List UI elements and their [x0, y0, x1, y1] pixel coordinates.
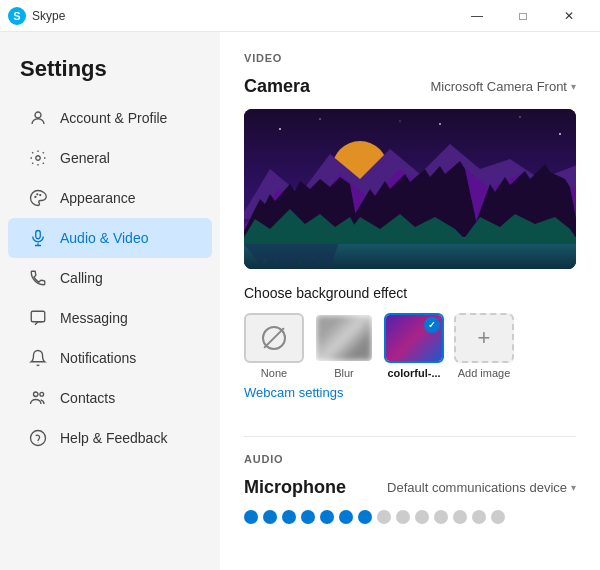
- mic-dot-8: [377, 510, 391, 524]
- bg-effect-none[interactable]: None: [244, 313, 304, 379]
- mic-dot-5: [320, 510, 334, 524]
- blur-label: Blur: [334, 367, 354, 379]
- sidebar-item-label: Audio & Video: [60, 230, 148, 246]
- camera-device-name: Microsoft Camera Front: [430, 79, 567, 94]
- microphone-setting-row: Microphone Default communications device…: [244, 477, 576, 498]
- svg-rect-6: [31, 311, 45, 322]
- appearance-icon: [28, 188, 48, 208]
- sidebar-item-label: Messaging: [60, 310, 128, 326]
- maximize-button[interactable]: □: [500, 0, 546, 32]
- none-icon: [262, 326, 286, 350]
- none-thumb[interactable]: [244, 313, 304, 363]
- svg-point-2: [34, 196, 36, 198]
- mic-dot-7: [358, 510, 372, 524]
- minimize-button[interactable]: —: [454, 0, 500, 32]
- svg-point-8: [40, 392, 44, 396]
- add-image-thumb[interactable]: +: [454, 313, 514, 363]
- svg-point-10: [38, 442, 39, 443]
- person-icon: [28, 108, 48, 128]
- mic-dot-3: [282, 510, 296, 524]
- chevron-down-icon: ▾: [571, 482, 576, 493]
- mic-dot-6: [339, 510, 353, 524]
- sidebar-heading: Settings: [0, 48, 220, 98]
- svg-point-3: [36, 193, 38, 195]
- titlebar: S Skype — □ ✕: [0, 0, 600, 32]
- audio-section-label: AUDIO: [244, 453, 576, 465]
- selected-badge: [424, 317, 440, 333]
- sidebar-item-calling[interactable]: Calling: [8, 258, 212, 298]
- divider: [244, 436, 576, 437]
- bg-effect-colorful[interactable]: colorful-...: [384, 313, 444, 379]
- mic-dot-9: [396, 510, 410, 524]
- sidebar-item-label: Contacts: [60, 390, 115, 406]
- mic-level-indicator: [244, 510, 576, 524]
- svg-point-23: [279, 128, 281, 130]
- svg-point-7: [34, 392, 39, 397]
- sidebar: Settings Account & Profile General: [0, 32, 220, 570]
- sidebar-item-label: Account & Profile: [60, 110, 167, 126]
- colorful-label: colorful-...: [387, 367, 440, 379]
- camera-title: Camera: [244, 76, 310, 97]
- app-name: Skype: [32, 9, 65, 23]
- add-image-label: Add image: [458, 367, 511, 379]
- mic-dot-1: [244, 510, 258, 524]
- sidebar-item-appearance[interactable]: Appearance: [8, 178, 212, 218]
- bg-effect-label: Choose background effect: [244, 285, 576, 301]
- bell-icon: [28, 348, 48, 368]
- mic-dot-10: [415, 510, 429, 524]
- none-label: None: [261, 367, 287, 379]
- sidebar-item-audio-video[interactable]: Audio & Video: [8, 218, 212, 258]
- sidebar-item-label: Notifications: [60, 350, 136, 366]
- bg-effect-blur[interactable]: Blur: [314, 313, 374, 379]
- main-layout: Settings Account & Profile General: [0, 32, 600, 570]
- camera-value-dropdown[interactable]: Microsoft Camera Front ▾: [430, 79, 576, 94]
- window-controls: — □ ✕: [454, 0, 592, 32]
- bg-effects-row: None Blur colorful-...: [244, 313, 576, 379]
- mic-dot-13: [472, 510, 486, 524]
- svg-rect-5: [36, 231, 41, 239]
- microphone-device-name: Default communications device: [387, 480, 567, 495]
- svg-point-26: [519, 116, 521, 118]
- svg-point-24: [319, 118, 321, 120]
- sidebar-item-messaging[interactable]: Messaging: [8, 298, 212, 338]
- skype-icon: S: [8, 7, 26, 25]
- svg-point-4: [39, 194, 41, 196]
- sidebar-item-notifications[interactable]: Notifications: [8, 338, 212, 378]
- mic-dot-11: [434, 510, 448, 524]
- app-logo: S Skype: [8, 7, 65, 25]
- mic-dot-14: [491, 510, 505, 524]
- video-section-label: VIDEO: [244, 52, 576, 64]
- microphone-value-dropdown[interactable]: Default communications device ▾: [387, 480, 576, 495]
- sidebar-item-help-feedback[interactable]: Help & Feedback: [8, 418, 212, 458]
- chat-icon: [28, 308, 48, 328]
- sidebar-item-label: Help & Feedback: [60, 430, 167, 446]
- chevron-down-icon: ▾: [571, 81, 576, 92]
- sidebar-item-general[interactable]: General: [8, 138, 212, 178]
- camera-setting-row: Camera Microsoft Camera Front ▾: [244, 76, 576, 97]
- blur-thumb[interactable]: [314, 313, 374, 363]
- svg-point-1: [36, 156, 41, 161]
- sidebar-item-label: General: [60, 150, 110, 166]
- gear-icon: [28, 148, 48, 168]
- plus-icon: +: [478, 325, 491, 351]
- camera-preview: [244, 109, 576, 269]
- sidebar-item-label: Appearance: [60, 190, 136, 206]
- svg-point-0: [35, 112, 41, 118]
- mic-icon: [28, 228, 48, 248]
- sidebar-item-label: Calling: [60, 270, 103, 286]
- help-icon: [28, 428, 48, 448]
- close-button[interactable]: ✕: [546, 0, 592, 32]
- webcam-settings-link[interactable]: Webcam settings: [244, 385, 343, 400]
- svg-point-25: [439, 123, 441, 125]
- microphone-title: Microphone: [244, 477, 346, 498]
- people-icon: [28, 388, 48, 408]
- sidebar-item-account-profile[interactable]: Account & Profile: [8, 98, 212, 138]
- svg-point-9: [31, 431, 46, 446]
- colorful-thumb[interactable]: [384, 313, 444, 363]
- bg-effect-add[interactable]: + Add image: [454, 313, 514, 379]
- svg-point-28: [399, 120, 400, 121]
- sidebar-item-contacts[interactable]: Contacts: [8, 378, 212, 418]
- blur-preview: [316, 315, 372, 361]
- mic-dot-4: [301, 510, 315, 524]
- mic-dot-12: [453, 510, 467, 524]
